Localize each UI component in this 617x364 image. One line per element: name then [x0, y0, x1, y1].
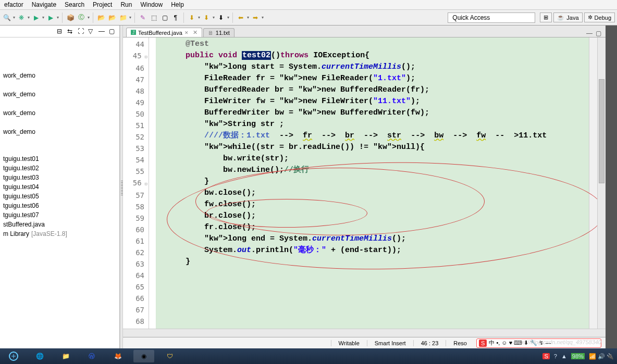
- taskbar-chrome-icon[interactable]: 🌐: [29, 350, 50, 362]
- tool-wand-icon[interactable]: ✎: [138, 13, 147, 22]
- menu-project[interactable]: Project: [89, 0, 116, 9]
- status-cursor-position: 46 : 23: [413, 340, 446, 346]
- filter-icon[interactable]: ⛶: [78, 28, 85, 35]
- editor-maximize-icon[interactable]: ▢: [596, 30, 601, 37]
- main-toolbar: 🔍▾ ❋▾ ▶▾ ▶▾ 📦 Ⓒ▾ 📂 📂 📁▾ ✎ ⬚ ▢ ¶ ⬇▾ ⬇▾ ⬇▾…: [0, 10, 617, 26]
- code-editor[interactable]: @Test public void test02()throws IOExcep…: [156, 37, 589, 329]
- link-editor-icon[interactable]: ⇆: [67, 28, 75, 35]
- right-trim-bar[interactable]: [606, 26, 617, 348]
- tool-next-annotation-icon[interactable]: ⬇: [216, 13, 226, 22]
- close-tab-icon[interactable]: ✕: [191, 29, 198, 36]
- tool-step2-icon[interactable]: ⬇: [202, 13, 211, 22]
- menu-run[interactable]: Run: [116, 0, 136, 9]
- tool-toggle-icon[interactable]: ⬚: [149, 13, 158, 22]
- vertical-scrollbar[interactable]: [597, 37, 606, 329]
- menu-refactor[interactable]: efactor: [0, 0, 28, 9]
- workspace: ⊟ ⇆ ⛶ ▽ — ▢ work_demo work_demo work_dem…: [0, 26, 617, 348]
- tree-item[interactable]: stBuffered.java: [1, 220, 118, 229]
- tool-new-class-icon[interactable]: Ⓒ: [77, 13, 86, 22]
- tree-item[interactable]: tguigu.test02: [1, 164, 118, 173]
- tool-paragraph-icon[interactable]: ¶: [171, 13, 180, 22]
- taskbar-explorer-icon[interactable]: 📁: [55, 350, 76, 362]
- maximize-icon[interactable]: ▢: [109, 28, 116, 35]
- minimize-icon[interactable]: —: [98, 28, 106, 35]
- quick-access-field[interactable]: [448, 12, 535, 23]
- tree-item[interactable]: work_demo: [1, 108, 118, 118]
- view-menu-icon[interactable]: ▽: [88, 28, 95, 35]
- windows-taskbar: 🌐 📁 Ⓦ 🦊 ◉ 🛡 S ? ▲ 98% 📶 🔊 🔌: [0, 348, 617, 364]
- tool-mark-icon[interactable]: ▢: [160, 13, 169, 22]
- package-explorer: ⊟ ⇆ ⛶ ▽ — ▢ work_demo work_demo work_dem…: [0, 26, 120, 348]
- tool-run-last-icon[interactable]: ▶: [46, 13, 55, 22]
- taskbar-app-icon[interactable]: 🛡: [159, 350, 180, 362]
- tree-item[interactable]: tguigu.test06: [1, 201, 118, 210]
- tree-item[interactable]: work_demo: [1, 127, 118, 136]
- tool-forward-icon[interactable]: ➡: [251, 13, 260, 22]
- java-perspective-button[interactable]: ☕ Java: [553, 12, 582, 22]
- project-tree[interactable]: work_demo work_demo work_demo work_demo …: [0, 37, 119, 241]
- tree-item[interactable]: tguigu.test03: [1, 173, 118, 182]
- editor-tab-inactive[interactable]: 🗎11.txt: [203, 28, 235, 37]
- watermark-text: https://blog.csdn.net/qq_49758340: [513, 339, 601, 345]
- tool-back-icon[interactable]: ⬅: [236, 13, 245, 22]
- collapse-all-icon[interactable]: ⊟: [57, 28, 64, 35]
- main-menu-bar: efactor Navigate Search Project Run Wind…: [0, 0, 617, 10]
- menu-window[interactable]: Window: [136, 0, 167, 9]
- menu-help[interactable]: Help: [167, 0, 188, 9]
- editor-tab-active[interactable]: 🅹TestBuffered.java ✕✕: [126, 28, 202, 37]
- open-perspective-button[interactable]: ⊞: [540, 12, 552, 22]
- tree-item[interactable]: work_demo: [1, 90, 118, 99]
- tree-item[interactable]: tguigu.test05: [1, 192, 118, 201]
- taskbar-eclipse-icon[interactable]: ◉: [133, 350, 154, 362]
- system-tray[interactable]: S ? ▲ 98% 📶 🔊 🔌: [542, 353, 614, 360]
- tree-item[interactable]: tguigu.test07: [1, 210, 118, 220]
- taskbar-firefox-icon[interactable]: 🦊: [107, 350, 128, 362]
- tool-run-icon[interactable]: ▶: [31, 13, 41, 22]
- tool-folder-icon[interactable]: 📁: [118, 13, 128, 22]
- tree-item[interactable]: work_demo: [1, 71, 118, 80]
- taskbar-wps-icon[interactable]: Ⓦ: [81, 350, 102, 362]
- tool-step-icon[interactable]: ⬇: [187, 13, 196, 22]
- status-writable: Writable: [331, 340, 367, 346]
- menu-navigate[interactable]: Navigate: [28, 0, 60, 9]
- line-number-gutter: 4445⊟4647484950515253545556⊟575859606162…: [123, 37, 149, 329]
- tool-new-package-icon[interactable]: 📦: [66, 13, 75, 22]
- tool-search-icon[interactable]: 🔍: [2, 13, 11, 22]
- editor-tabs: 🅹TestBuffered.java ✕✕ 🗎11.txt — ▢: [123, 26, 606, 37]
- horizontal-scrollbar[interactable]: [123, 329, 606, 337]
- tool-open-task-icon[interactable]: 📂: [107, 13, 117, 22]
- fold-gutter[interactable]: [149, 37, 156, 329]
- tool-debug-icon[interactable]: ❋: [17, 13, 26, 22]
- start-button[interactable]: [3, 350, 24, 362]
- tree-item-library[interactable]: m Library [JavaSE-1.8]: [1, 229, 118, 239]
- overview-ruler[interactable]: [589, 37, 597, 329]
- editor-minimize-icon[interactable]: —: [586, 30, 593, 37]
- status-insert-mode: Smart Insert: [367, 340, 413, 346]
- tree-item[interactable]: tguigu.test01: [1, 154, 118, 164]
- tree-item[interactable]: tguigu.test04: [1, 182, 118, 192]
- tool-open-type-icon[interactable]: 📂: [96, 13, 106, 22]
- editor-area: 🅹TestBuffered.java ✕✕ 🗎11.txt — ▢ 4445⊟4…: [123, 26, 606, 348]
- status-resource: Reso: [446, 340, 474, 346]
- debug-perspective-button[interactable]: ✲ Debug: [584, 12, 615, 22]
- menu-search[interactable]: Search: [60, 0, 89, 9]
